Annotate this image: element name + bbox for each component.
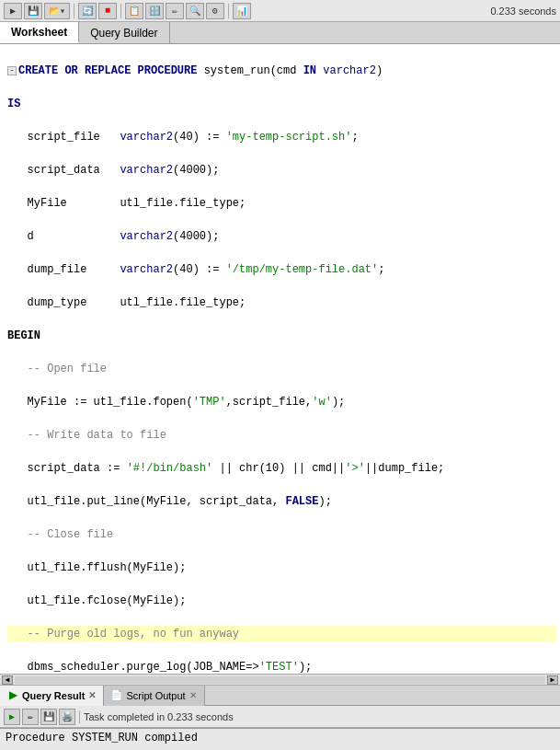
code-line-10: -- Open file bbox=[7, 361, 556, 377]
tab-query-result[interactable]: ▶ Query Result ✕ bbox=[0, 686, 104, 706]
run-bottom-button[interactable]: ▶ bbox=[4, 709, 20, 725]
run-button[interactable]: ▶ bbox=[4, 3, 22, 19]
bottom-panel: ▶ Query Result ✕ 📄 Script Output ✕ ▶ ✏️ … bbox=[0, 685, 560, 728]
horizontal-scrollbar[interactable]: ◀ ▶ bbox=[0, 674, 560, 685]
code-line-18: -- Purge old logs, no fun anyway bbox=[7, 626, 556, 642]
code-line-14: utl_file.put_line(MyFile, script_data, F… bbox=[7, 493, 556, 510]
code-line-11: MyFile := utl_file.fopen('TMP',script_fi… bbox=[7, 394, 556, 410]
edit-bottom-button[interactable]: ✏️ bbox=[22, 709, 39, 725]
bottom-tabs: ▶ Query Result ✕ 📄 Script Output ✕ bbox=[0, 686, 560, 706]
sep2 bbox=[120, 4, 121, 18]
tool4-button[interactable]: 🔍 bbox=[186, 3, 204, 19]
bottom-toolbar: ▶ ✏️ 💾 🖨️ Task completed in 0.233 second… bbox=[0, 706, 560, 728]
script-output-icon: 📄 bbox=[111, 690, 122, 701]
tab-query-builder[interactable]: Query Builder bbox=[79, 22, 169, 43]
code-line-15: -- Close file bbox=[7, 526, 556, 543]
main-toolbar: ▶ 💾 📂▾ 🔄 ■ 📋 🔡 ✏️ 🔍 ⚙️ 📊 0.233 seconds bbox=[0, 0, 560, 22]
code-line-16: utl_file.fflush(MyFile); bbox=[7, 560, 556, 576]
btm-sep1 bbox=[79, 710, 80, 723]
code-content: -CREATE OR REPLACE PROCEDURE system_run(… bbox=[0, 44, 560, 674]
code-line-1: -CREATE OR REPLACE PROCEDURE system_run(… bbox=[7, 63, 556, 79]
scroll-right-button[interactable]: ▶ bbox=[547, 675, 558, 685]
execution-time: 0.233 seconds bbox=[490, 6, 556, 17]
tool1-button[interactable]: 📋 bbox=[125, 3, 143, 19]
tool3-button[interactable]: ✏️ bbox=[166, 3, 184, 19]
code-line-17: utl_file.fclose(MyFile); bbox=[7, 593, 556, 609]
tab-script-output[interactable]: 📄 Script Output ✕ bbox=[104, 686, 204, 706]
task-status: Task completed in 0.233 seconds bbox=[84, 711, 234, 722]
code-line-7: dump_file varchar2(40) := '/tmp/my-temp-… bbox=[7, 261, 556, 278]
open-dropdown-button[interactable]: 📂▾ bbox=[44, 3, 70, 19]
code-line-5: MyFile utl_file.file_type; bbox=[7, 195, 556, 212]
script-output-close[interactable]: ✕ bbox=[189, 690, 197, 700]
code-line-8: dump_type utl_file.file_type; bbox=[7, 294, 556, 311]
save-bottom-button[interactable]: 💾 bbox=[40, 709, 57, 725]
tool5-button[interactable]: ⚙️ bbox=[206, 3, 224, 19]
scroll-left-button[interactable]: ◀ bbox=[2, 675, 13, 685]
query-result-close[interactable]: ✕ bbox=[88, 690, 96, 700]
status-bar: Procedure SYSTEM_RUN compiled bbox=[0, 728, 560, 750]
refresh-button[interactable]: 🔄 bbox=[78, 3, 97, 19]
code-line-3: script_file varchar2(40) := 'my-temp-scr… bbox=[7, 129, 556, 145]
code-line-13: script_data := '#!/bin/bash' || chr(10) … bbox=[7, 460, 556, 477]
tool6-button[interactable]: 📊 bbox=[233, 3, 251, 19]
save-button[interactable]: 💾 bbox=[24, 3, 42, 19]
code-line-12: -- Write data to file bbox=[7, 427, 556, 444]
print-bottom-button[interactable]: 🖨️ bbox=[59, 709, 75, 725]
sep1 bbox=[74, 4, 74, 18]
status-text: Procedure SYSTEM_RUN compiled bbox=[6, 732, 198, 744]
code-line-9: BEGIN bbox=[7, 328, 556, 344]
query-result-icon: ▶ bbox=[7, 690, 18, 701]
collapse-1[interactable]: - bbox=[7, 66, 17, 75]
scroll-track[interactable] bbox=[15, 676, 545, 684]
main-tabs: Worksheet Query Builder bbox=[0, 22, 560, 44]
sep3 bbox=[228, 4, 229, 18]
tab-worksheet[interactable]: Worksheet bbox=[0, 22, 79, 43]
code-line-6: d varchar2(4000); bbox=[7, 228, 556, 245]
code-line-4: script_data varchar2(4000); bbox=[7, 162, 556, 179]
code-line-19: dbms_scheduler.purge_log(JOB_NAME=>'TEST… bbox=[7, 659, 556, 674]
code-line-2: IS bbox=[7, 96, 556, 112]
code-editor[interactable]: -CREATE OR REPLACE PROCEDURE system_run(… bbox=[0, 44, 560, 674]
stop-button[interactable]: ■ bbox=[98, 3, 117, 19]
tool2-button[interactable]: 🔡 bbox=[145, 3, 164, 19]
